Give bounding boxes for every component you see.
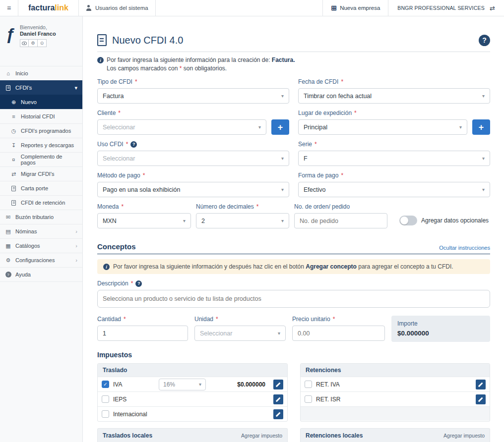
tipo-cfdi-select[interactable]: Factura ▾: [97, 88, 289, 104]
info-icon: i: [103, 264, 110, 270]
settings-icon: ⚙: [5, 257, 11, 264]
cantidad-input[interactable]: [97, 326, 188, 341]
profile-logout-button[interactable]: ⊙: [38, 39, 47, 47]
brand-mark-icon: ƒ: [6, 24, 15, 66]
ret-isr-checkbox[interactable]: [305, 395, 312, 403]
unidad-label: Unidad*: [194, 316, 286, 323]
retenciones-locales-add-link[interactable]: Agregar impuesto: [443, 433, 485, 439]
plus-circle-icon: ⊕: [10, 99, 17, 106]
chevron-down-icon: ▾: [281, 218, 284, 223]
internacional-checkbox[interactable]: [102, 410, 109, 418]
importe-panel: Importe $0.000000: [391, 316, 490, 342]
payments-icon: ¤: [10, 157, 17, 163]
page-title: Nuevo CFDI 4.0: [112, 35, 183, 46]
sidebar-item-label: Ayuda: [15, 272, 31, 277]
sidebar-item-label: Migrar CFDI's: [21, 171, 55, 177]
add-lugar-button[interactable]: +: [472, 119, 490, 135]
internacional-edit-button[interactable]: [273, 409, 283, 419]
sidebar-item-migrar-cfdis[interactable]: ⇄ Migrar CFDI's: [0, 166, 82, 181]
brand-logo[interactable]: facturalink: [18, 0, 78, 16]
traslados-locales-add-link[interactable]: Agregar impuesto: [241, 433, 282, 439]
tax-row-ret-isr: RET. ISR: [301, 391, 490, 406]
ret-isr-edit-button[interactable]: [476, 394, 486, 404]
iva-edit-button[interactable]: [273, 380, 283, 389]
chevron-down-icon: ▾: [258, 124, 261, 130]
sidebar-item-reportes-descargas[interactable]: ↧ Reportes y descargas: [0, 138, 82, 152]
ieps-edit-button[interactable]: [273, 394, 283, 404]
sidebar-item-label: Complemento de pagos: [21, 154, 77, 166]
sidebar-item-inicio[interactable]: ⌂ Inicio: [0, 66, 82, 80]
tax-row-iva: ✓ IVA 16% ▾ $0.000000: [98, 377, 287, 391]
home-icon: ⌂: [5, 70, 11, 76]
chevron-down-icon: ▾: [482, 187, 485, 192]
profile-settings-button[interactable]: ⚙: [29, 39, 38, 47]
decimales-select[interactable]: 2 ▾: [196, 213, 289, 228]
moneda-label: Moneda*: [97, 203, 191, 210]
traslados-locales-bar: Traslados locales Agregar impuesto: [97, 428, 288, 442]
sidebar-item-cfdis[interactable]: CFDI's ▾: [0, 80, 82, 95]
sidebar-collapse-button[interactable]: ≡: [0, 0, 18, 16]
retenciones-title: Retenciones: [301, 364, 490, 377]
decimales-label: Número de decimales*: [196, 203, 289, 210]
retenciones-locales-bar: Retenciones locales Agregar impuesto: [300, 428, 490, 442]
field-uso-cfdi: Uso CFDI*? Seleccionar ▾: [97, 141, 289, 166]
ret-iva-edit-button[interactable]: [476, 380, 486, 389]
metodo-pago-select[interactable]: Pago en una sola exhibición ▾: [97, 182, 289, 197]
profile-block: ƒ Bienvenido, Daniel Franco ⚙ ⊙: [0, 16, 82, 66]
field-metodo-pago: Método de pago* Pago en una sola exhibic…: [97, 172, 289, 197]
list-icon: ≡: [10, 113, 17, 119]
sidebar-item-ayuda[interactable]: ? Ayuda: [0, 267, 82, 281]
logo-text-dark: factura: [28, 3, 55, 12]
new-company-button[interactable]: ⊞ Nueva empresa: [322, 0, 388, 16]
iva-rate-select[interactable]: 16% ▾: [159, 379, 206, 390]
retenciones-locales-title: Retenciones locales: [306, 432, 363, 439]
sidebar-item-complemento-pagos[interactable]: ¤ Complemento de pagos: [0, 152, 82, 166]
orden-pedido-input[interactable]: [294, 213, 387, 228]
profile-view-button[interactable]: [20, 39, 29, 47]
sidebar-nav: ⌂ Inicio CFDI's ▾ ⊕ Nuevo ≡ Historial CF…: [0, 66, 82, 282]
lugar-expedicion-select[interactable]: Principal ▾: [298, 119, 467, 135]
uso-cfdi-select[interactable]: Seleccionar ▾: [97, 151, 289, 166]
sidebar-item-label: Historial CFDI: [21, 113, 55, 119]
company-switcher[interactable]: BNGR PROFESSIONAL SERVICES ⇄: [388, 0, 504, 16]
uso-cfdi-label: Uso CFDI*?: [97, 141, 289, 148]
sidebar-item-label: Nóminas: [15, 228, 37, 234]
fecha-cfdi-select[interactable]: Timbrar con fecha actual ▾: [298, 88, 490, 104]
descripcion-input[interactable]: [97, 290, 490, 308]
sidebar-item-configuraciones[interactable]: ⚙ Configuraciones ›: [0, 253, 82, 267]
sidebar-item-cfdi-retencion[interactable]: CFDI de retención: [0, 195, 82, 210]
cliente-select[interactable]: Seleccionar ▾: [97, 119, 266, 135]
precio-unitario-input[interactable]: [292, 326, 385, 341]
moneda-select[interactable]: MXN ▾: [97, 213, 191, 228]
uso-cfdi-help-icon[interactable]: ?: [130, 141, 137, 148]
swap-icon: ⇄: [490, 4, 495, 12]
help-button[interactable]: ?: [479, 35, 490, 46]
descripcion-help-icon[interactable]: ?: [135, 280, 142, 287]
company-name: BNGR PROFESSIONAL SERVICES: [397, 5, 485, 11]
ret-iva-checkbox[interactable]: [305, 381, 312, 388]
descripcion-label: Descripción* ?: [97, 280, 490, 287]
ieps-checkbox[interactable]: [102, 395, 109, 403]
add-cliente-button[interactable]: +: [271, 119, 289, 135]
datos-opcionales-toggle[interactable]: [399, 216, 417, 225]
sidebar-item-label: Nuevo: [21, 99, 37, 105]
iva-checkbox[interactable]: ✓: [102, 381, 109, 388]
sidebar-item-nuevo[interactable]: ⊕ Nuevo: [0, 95, 82, 109]
impuestos-heading: Impuestos: [97, 351, 490, 359]
sidebar-item-nominas[interactable]: ▤ Nóminas ›: [0, 224, 82, 238]
tax-row-internacional: Internacional: [98, 406, 287, 421]
sidebar-item-carta-porte[interactable]: Carta porte: [0, 181, 82, 195]
unidad-select[interactable]: Seleccionar ▾: [194, 326, 286, 341]
retenciones-footer: [301, 406, 490, 421]
toggle-instructions-link[interactable]: Ocultar instrucciones: [439, 245, 490, 251]
sidebar-item-catalogos[interactable]: ▦ Catálogos ›: [0, 238, 82, 253]
sidebar-item-historial-cfdi[interactable]: ≡ Historial CFDI: [0, 109, 82, 123]
sidebar-item-cfdis-programados[interactable]: ◷ CFDI's programados: [0, 123, 82, 138]
serie-label: Serie*: [298, 141, 490, 148]
forma-pago-select[interactable]: Efectivo ▾: [298, 182, 490, 197]
users-tab[interactable]: Usuarios del sistema: [78, 0, 156, 16]
sidebar-item-buzon-tributario[interactable]: ✉ Buzón tributario: [0, 210, 82, 224]
serie-select[interactable]: F ▾: [298, 151, 490, 166]
chevron-down-icon: ▾: [482, 156, 485, 161]
topbar: ≡ facturalink Usuarios del sistema ⊞ Nue…: [0, 0, 504, 16]
